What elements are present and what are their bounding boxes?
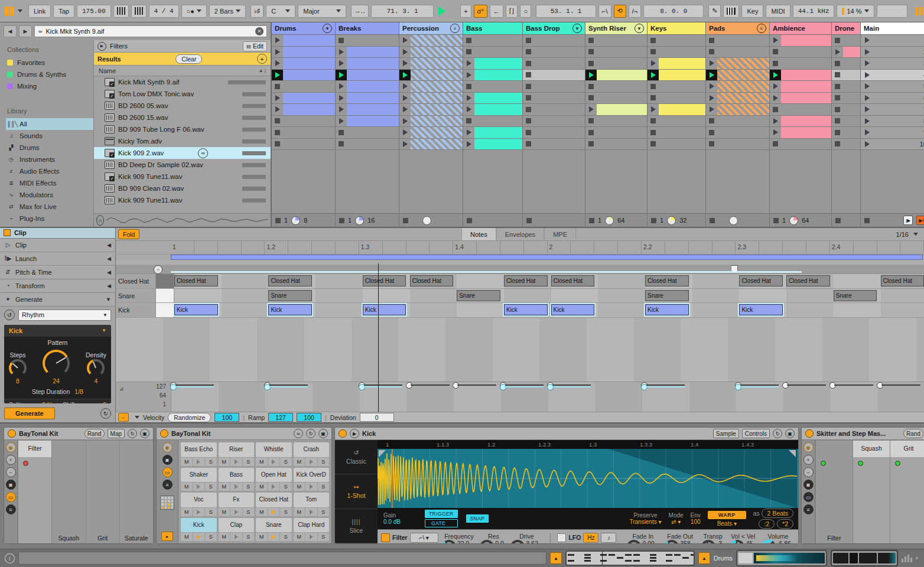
- clip-slot[interactable]: [336, 70, 399, 82]
- tab-slice[interactable]: ||||Slice: [335, 509, 378, 543]
- warp-button[interactable]: WARP: [708, 511, 746, 519]
- clip-body[interactable]: [474, 127, 522, 138]
- knob[interactable]: [730, 540, 744, 544]
- clip-launch-icon[interactable]: [339, 95, 344, 101]
- midi-note[interactable]: Closed Hat: [551, 275, 595, 286]
- scene-row[interactable]: 2: [861, 47, 924, 58]
- clip-slot[interactable]: [585, 104, 647, 116]
- reload-icon[interactable]: ↻: [773, 429, 782, 438]
- device-on-button[interactable]: [8, 429, 16, 438]
- clip-launch-icon[interactable]: [467, 72, 471, 78]
- clip-body[interactable]: [283, 93, 335, 104]
- drum-pad-riser[interactable]: RiserMS: [219, 442, 255, 466]
- sidebar-item-favorites[interactable]: Favorites: [6, 57, 93, 69]
- section-expand-icon[interactable]: ◀: [107, 283, 111, 289]
- stop-clip-icon[interactable]: [709, 130, 714, 135]
- clip-launch-icon[interactable]: [339, 60, 344, 66]
- param-fade-out[interactable]: Fade Out358 ms: [665, 533, 695, 544]
- piano-key[interactable]: [156, 303, 174, 317]
- sidebar-item-audio-effects[interactable]: ≠Audio Effects: [6, 165, 93, 177]
- pad-mute-button[interactable]: M: [219, 458, 230, 466]
- midi-note[interactable]: Kick: [363, 304, 406, 315]
- sample-waveform-display[interactable]: 11.1.31.21.2.31.31.3.31.41.4.3: [378, 440, 798, 508]
- clip-slot[interactable]: [463, 127, 522, 139]
- clip-launch-icon[interactable]: [651, 60, 656, 66]
- tab-mpe[interactable]: MPE: [544, 228, 576, 240]
- stop-clip-icon[interactable]: [275, 141, 280, 146]
- clip-slot[interactable]: [463, 116, 522, 128]
- list-item[interactable]: BD 2600 15.wav: [94, 112, 271, 123]
- clip-launch-icon[interactable]: [773, 83, 778, 89]
- clip-body[interactable]: [717, 104, 769, 115]
- clip-slot[interactable]: [706, 81, 769, 93]
- midi-note[interactable]: Snare: [457, 290, 500, 301]
- name-column-header[interactable]: Name▲ |: [94, 66, 271, 76]
- preserve-value[interactable]: Transients ▾: [629, 519, 661, 525]
- stop-clip-icon[interactable]: [588, 49, 594, 54]
- drum-pad-bass-echo[interactable]: Bass EchoMS: [181, 442, 217, 466]
- clip-launch-icon[interactable]: [589, 106, 594, 112]
- clip-slot[interactable]: [648, 127, 705, 139]
- nudge-up-button[interactable]: [131, 5, 147, 18]
- list-circle-icon[interactable]: ≡: [450, 24, 460, 33]
- stop-clip-icon[interactable]: [709, 141, 714, 146]
- pad-mute-button[interactable]: M: [294, 508, 305, 516]
- stop-clip-icon[interactable]: [275, 130, 280, 135]
- section-expand-icon[interactable]: ◀: [107, 256, 111, 262]
- clip-launch-icon[interactable]: [403, 118, 408, 124]
- stop-clip-icon[interactable]: [835, 38, 840, 43]
- drum-pad-tom[interactable]: TomMS: [294, 493, 330, 516]
- clip-launch-icon[interactable]: [275, 72, 280, 78]
- randomize-amount-field[interactable]: 100: [214, 413, 239, 422]
- midi-map-button[interactable]: MIDI: [766, 5, 790, 18]
- drum-pad-shaker[interactable]: ShakerMS: [181, 468, 217, 491]
- clip-section-generate[interactable]: ✦Generate▼: [0, 293, 115, 307]
- knob[interactable]: [762, 540, 776, 544]
- clip-body[interactable]: [717, 81, 769, 92]
- clip-slot[interactable]: [648, 116, 705, 128]
- clip-launch-icon[interactable]: [773, 37, 778, 43]
- midi-note[interactable]: Closed Hat: [174, 275, 218, 286]
- clip-slot[interactable]: [585, 116, 647, 128]
- clip-slot[interactable]: [463, 58, 522, 70]
- device-title[interactable]: BayTonal Kit: [19, 430, 58, 437]
- track-header[interactable]: Pads≡: [706, 22, 769, 35]
- clip-slot[interactable]: [585, 35, 647, 47]
- clip-slot[interactable]: [706, 93, 769, 105]
- stop-clip-icon[interactable]: [466, 84, 471, 89]
- stop-clip-icon[interactable]: [526, 72, 531, 77]
- clip-body[interactable]: [347, 70, 399, 81]
- clip-launch-icon[interactable]: [710, 60, 714, 66]
- density-knob[interactable]: Density4: [86, 351, 106, 384]
- clip-launch-icon[interactable]: [467, 60, 471, 66]
- clip-section-launch[interactable]: ‖▶Launch◀: [0, 252, 115, 266]
- show-macros-icon[interactable]: ▭: [803, 492, 814, 502]
- pad-mute-button[interactable]: M: [294, 533, 305, 541]
- macro-variations-icon[interactable]: ◉: [162, 442, 173, 452]
- clip-body[interactable]: [659, 70, 705, 81]
- half-tempo-button[interactable]: :2: [759, 519, 775, 529]
- param-fade-in[interactable]: Fade In0.00 ms: [627, 533, 659, 544]
- clip-launch-icon[interactable]: [773, 72, 778, 78]
- clip-launch-icon[interactable]: [403, 95, 408, 101]
- track-header[interactable]: Main: [861, 22, 924, 35]
- clip-slot[interactable]: [463, 35, 522, 47]
- stop-clip-icon[interactable]: [526, 61, 531, 66]
- clip-slot[interactable]: [648, 47, 705, 58]
- clip-slot[interactable]: [585, 139, 647, 151]
- shift-control[interactable]: Shift0: [57, 399, 111, 403]
- macro-knob[interactable]: 0: [890, 457, 924, 544]
- scene-launch-icon[interactable]: [865, 118, 870, 124]
- clip-launch-icon[interactable]: [835, 49, 840, 55]
- stop-clip-icon[interactable]: [650, 130, 656, 135]
- velocity-lane[interactable]: ⊿127641: [116, 382, 924, 412]
- device-on-button[interactable]: [339, 429, 347, 438]
- knob[interactable]: [43, 350, 70, 377]
- clip-body[interactable]: [347, 81, 399, 92]
- stop-clip-icon[interactable]: [773, 49, 778, 54]
- drum-pad-clap-hard[interactable]: Clap HardMS: [294, 518, 330, 542]
- clip-launch-icon[interactable]: [339, 118, 344, 124]
- drum-pad-bass[interactable]: BassMS: [219, 468, 255, 491]
- clip-launch-icon[interactable]: [467, 95, 471, 101]
- clip-launch-icon[interactable]: [651, 106, 656, 112]
